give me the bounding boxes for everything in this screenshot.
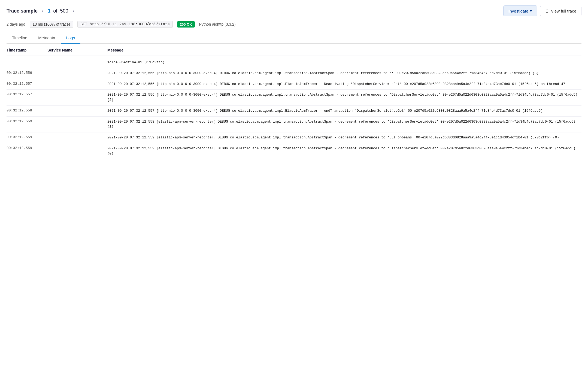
cell-service [47, 68, 107, 79]
col-service-name: Service Name [47, 44, 107, 56]
table-row: 00:32:12.5582021-09-20 07:32:12,557 [htt… [7, 105, 581, 116]
main-container: Trace sample ‹ 1 of 500 › Investigate ▾ … [0, 0, 588, 159]
table-row: 00:32:12.5592021-09-20 07:32:12,558 [ela… [7, 116, 581, 132]
cell-timestamp: 00:32:12.559 [7, 132, 47, 143]
chevron-down-icon: ▾ [530, 8, 532, 13]
runtime-info: Python aiohttp (3.3.2) [199, 22, 236, 26]
current-page: 1 [48, 8, 50, 14]
col-message: Message [107, 44, 581, 56]
col-timestamp: Timestamp [7, 44, 47, 56]
header-left: Trace sample ‹ 1 of 500 › [7, 7, 76, 14]
tab-timeline[interactable]: Timeline [7, 33, 33, 44]
cell-service [47, 116, 107, 132]
trace-duration: 13 ms (100% of trace) [30, 21, 73, 28]
cell-service [47, 105, 107, 116]
page-title: Trace sample [7, 8, 38, 14]
header-right: Investigate ▾ 🗒 View full trace [503, 5, 581, 16]
tab-bar: Timeline Metadata Logs [7, 33, 581, 44]
cell-message: 2021-09-20 07:32:12,557 [http-nio-0.0.0.… [107, 105, 581, 116]
investigate-label: Investigate [508, 9, 528, 13]
request-url: GET http://10.11.249.198:3000/api/stats [77, 21, 173, 28]
cell-timestamp: 00:32:12.557 [7, 79, 47, 90]
cell-service [47, 79, 107, 90]
cell-service [47, 143, 107, 159]
header-row: Trace sample ‹ 1 of 500 › Investigate ▾ … [7, 5, 581, 16]
cell-message: 2021-09-20 07:32:12,559 [elastic-apm-ser… [107, 143, 581, 159]
of-label: of [53, 8, 57, 14]
cell-timestamp: 00:32:12.558 [7, 105, 47, 116]
cell-timestamp: 00:32:12.559 [7, 143, 47, 159]
view-trace-label: View full trace [551, 9, 576, 13]
tab-logs[interactable]: Logs [61, 33, 81, 44]
table-row: 00:32:12.5562021-09-20 07:32:12,555 [htt… [7, 68, 581, 79]
log-table-wrapper: Timestamp Service Name Message 1c1d43954… [7, 44, 581, 159]
prev-page-button[interactable]: ‹ [40, 7, 45, 14]
investigate-button[interactable]: Investigate ▾ [503, 5, 537, 16]
cell-message: 2021-09-20 07:32:12,555 [http-nio-0.0.0.… [107, 68, 581, 79]
cell-message: 2021-09-20 07:32:12,556 [http-nio-0.0.0.… [107, 90, 581, 106]
table-row: 00:32:12.5592021-09-20 07:32:12,559 [ela… [7, 143, 581, 159]
cell-message: 2021-09-20 07:32:12,559 [elastic-apm-ser… [107, 132, 581, 143]
cell-service [47, 90, 107, 106]
table-row: 1c1d43954cf1b4-01 (370c2ffb) [7, 56, 581, 68]
table-row: 00:32:12.5572021-09-20 07:32:12,556 [htt… [7, 90, 581, 106]
log-table: Timestamp Service Name Message 1c1d43954… [7, 44, 581, 159]
cell-message: 2021-09-20 07:32:12,558 [elastic-apm-ser… [107, 116, 581, 132]
cell-timestamp: 00:32:12.559 [7, 116, 47, 132]
doc-icon: 🗒 [545, 9, 549, 13]
cell-message: 1c1d43954cf1b4-01 (370c2ffb) [107, 56, 581, 68]
cell-timestamp [7, 56, 47, 68]
table-header-row: Timestamp Service Name Message [7, 44, 581, 56]
next-page-button[interactable]: › [71, 7, 75, 14]
info-row: 2 days ago 13 ms (100% of trace) GET htt… [7, 21, 581, 28]
tab-metadata[interactable]: Metadata [33, 33, 61, 44]
time-ago: 2 days ago [7, 22, 25, 26]
total-pages: 500 [60, 8, 68, 14]
cell-timestamp: 00:32:12.556 [7, 68, 47, 79]
view-full-trace-button[interactable]: 🗒 View full trace [540, 6, 581, 16]
cell-service [47, 56, 107, 68]
table-row: 00:32:12.5572021-09-20 07:32:12,556 [htt… [7, 79, 581, 90]
cell-message: 2021-09-20 07:32:12,556 [http-nio-0.0.0.… [107, 79, 581, 90]
cell-timestamp: 00:32:12.557 [7, 90, 47, 106]
cell-service [47, 132, 107, 143]
table-row: 00:32:12.5592021-09-20 07:32:12,559 [ela… [7, 132, 581, 143]
status-badge: 200 OK [177, 21, 195, 28]
